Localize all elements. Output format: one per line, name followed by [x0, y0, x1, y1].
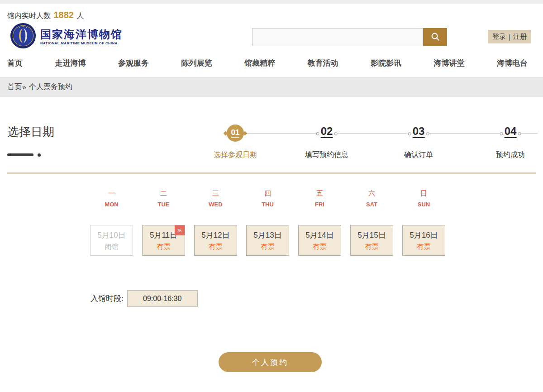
breadcrumb-current: 个人票务预约 [29, 82, 72, 92]
date-label: 5月13日 [253, 230, 281, 240]
site-logo[interactable]: 国家海洋博物馆 NATIONAL MARITIME MUSEUM OF CHIN… [10, 23, 123, 51]
weekday-cn: 一 [90, 189, 133, 198]
step-indicator: 01 选择参观日期 02 填写预约信息 03 确认订单 04 预约成功 [199, 122, 538, 161]
personal-booking-button[interactable]: 个人预约 [219, 352, 322, 372]
step-2-node: 02 [316, 126, 338, 138]
step-1-number: 01 [231, 129, 240, 138]
page: 馆内实时人数 1882 人 国家海洋博物馆 NATIONAL MARITIME … [0, 0, 543, 392]
weekday-en: THU [246, 201, 289, 208]
nav-item-radio[interactable]: 海博电台 [497, 58, 528, 68]
date-status: 有票 [313, 243, 327, 251]
step-4-node: 04 [500, 126, 521, 138]
nav-item-about[interactable]: 走进海博 [55, 58, 86, 68]
step-2-number: 02 [321, 126, 333, 138]
weekday-header-row: 一 MON 二 TUE 三 WED 四 THU 五 FRI 六 SAT 日 SU… [90, 189, 445, 208]
search-button[interactable] [423, 28, 447, 46]
title-underline-dot [38, 153, 41, 157]
weekday-wed: 三 WED [194, 189, 237, 208]
weekday-en: SUN [402, 201, 445, 208]
date-cell-may11[interactable]: 今 5月11日 有票 [142, 225, 185, 256]
weekday-en: TUE [142, 201, 185, 208]
date-cell-may14[interactable]: 5月14日 有票 [298, 225, 341, 256]
weekday-sun: 日 SUN [402, 189, 445, 208]
timeslot-row: 入馆时段: 09:00-16:30 [90, 290, 198, 307]
museum-emblem-icon [10, 23, 36, 51]
date-label: 5月11日 [150, 230, 177, 240]
nav-item-collections[interactable]: 馆藏精粹 [244, 58, 275, 68]
visitor-unit: 人 [76, 12, 84, 19]
weekday-en: MON [90, 201, 133, 208]
date-label: 5月15日 [357, 230, 386, 240]
nav-item-exhibitions[interactable]: 陈列展览 [181, 58, 212, 68]
date-status: 有票 [365, 243, 379, 251]
date-cell-may16[interactable]: 5月16日 有票 [402, 225, 445, 256]
date-cell-may12[interactable]: 5月12日 有票 [194, 225, 237, 256]
timeslot-button[interactable]: 09:00-16:30 [127, 290, 198, 307]
breadcrumb-home[interactable]: 首页 [7, 82, 22, 92]
step-4-label: 预约成功 [496, 150, 525, 160]
auth-divider: | [509, 33, 510, 41]
step-1: 01 选择参观日期 [227, 122, 244, 139]
search-input[interactable] [252, 28, 423, 46]
title-underline-bar [7, 153, 33, 156]
today-badge: 今 [175, 225, 185, 235]
step-1-node: 01 [227, 124, 244, 142]
date-label: 5月10日 [97, 230, 125, 240]
step-track-line [235, 133, 538, 134]
weekday-cn: 五 [298, 189, 341, 198]
nav-item-home[interactable]: 首页 [7, 58, 23, 68]
visitor-label: 馆内实时人数 [7, 12, 51, 19]
date-cell-may10-closed: 5月10日 闭馆 [90, 225, 133, 256]
weekday-cn: 日 [402, 189, 445, 198]
breadcrumb-separator: » [22, 83, 26, 91]
step-1-label: 选择参观日期 [214, 150, 257, 160]
step-4-number: 04 [505, 126, 517, 138]
weekday-cn: 二 [142, 189, 185, 198]
weekday-sat: 六 SAT [350, 189, 393, 208]
step-2: 02 填写预约信息 [316, 122, 338, 134]
date-status: 有票 [209, 243, 223, 251]
weekday-tue: 二 TUE [142, 189, 185, 208]
date-status: 有票 [157, 243, 171, 251]
date-status: 闭馆 [105, 243, 119, 251]
weekday-en: SAT [350, 201, 393, 208]
search-bar [252, 28, 447, 46]
step-3-node: 03 [408, 126, 429, 138]
login-link[interactable]: 登录 [492, 33, 506, 41]
nav-item-visit[interactable]: 参观服务 [118, 58, 149, 68]
visitor-counter: 馆内实时人数 1882 人 [7, 10, 84, 21]
step-4: 04 预约成功 [500, 122, 521, 134]
today-badge-text: 今 [175, 226, 185, 235]
step-3: 03 确认订单 [408, 122, 429, 134]
weekday-cn: 六 [350, 189, 393, 198]
visitor-count: 1882 [53, 10, 74, 20]
breadcrumb: 首页 » 个人票务预约 [0, 77, 543, 97]
weekday-cn: 三 [194, 189, 237, 198]
weekday-mon: 一 MON [90, 189, 133, 208]
weekday-fri: 五 FRI [298, 189, 341, 208]
date-cell-row: 5月10日 闭馆 今 5月11日 有票 5月12日 有票 5月13日 有票 5月… [90, 225, 445, 256]
date-cell-may15[interactable]: 5月15日 有票 [350, 225, 393, 256]
top-strip [0, 0, 543, 4]
nav-item-cinema[interactable]: 影院影讯 [371, 58, 401, 68]
date-label: 5月12日 [201, 230, 229, 240]
nav-item-lectures[interactable]: 海博讲堂 [434, 58, 465, 68]
date-status: 有票 [261, 243, 275, 251]
weekday-thu: 四 THU [246, 189, 289, 208]
step-3-number: 03 [413, 126, 425, 138]
step-2-label: 填写预约信息 [305, 150, 348, 160]
search-icon [430, 32, 440, 43]
logo-title: 国家海洋博物馆 [40, 29, 123, 40]
register-link[interactable]: 注册 [513, 33, 527, 41]
weekday-en: WED [194, 201, 237, 208]
date-label: 5月16日 [410, 230, 438, 240]
page-title: 选择日期 [7, 124, 54, 140]
nav-item-education[interactable]: 教育活动 [308, 58, 338, 68]
auth-box: 登录 | 注册 [488, 30, 531, 43]
date-status: 有票 [417, 243, 431, 251]
date-cell-may13[interactable]: 5月13日 有票 [246, 225, 289, 256]
logo-text: 国家海洋博物馆 NATIONAL MARITIME MUSEUM OF CHIN… [40, 29, 123, 45]
main-nav: 首页 走进海博 参观服务 陈列展览 馆藏精粹 教育活动 影院影讯 海博讲堂 海博… [7, 58, 528, 68]
step-3-label: 确认订单 [404, 150, 433, 160]
weekday-cn: 四 [246, 189, 289, 198]
